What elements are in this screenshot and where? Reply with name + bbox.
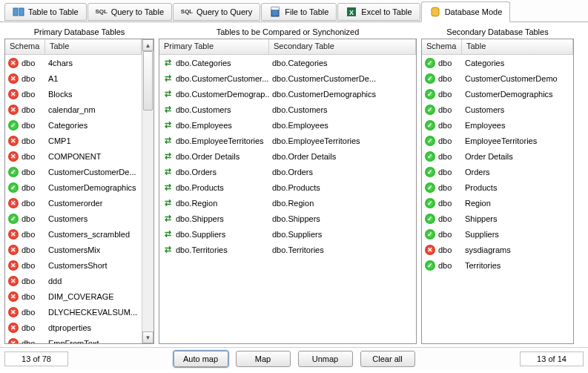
link-icon: ⇄ [162,182,173,193]
tab-query-to-query[interactable]: SQLQuery to Query [173,3,260,21]
cross-icon: ✕ [8,198,19,208]
table-row[interactable]: ✕dboCOMPONENT [5,148,142,164]
check-icon: ✓ [8,214,19,224]
primary-cell: dbo.Employees [176,121,232,130]
table-cell: dtproperties [45,323,142,332]
check-icon: ✓ [425,151,435,162]
link-icon: ⇄ [162,89,173,99]
schema-cell: dbo [438,136,452,145]
mapping-row[interactable]: ⇄dbo.Order Detailsdbo.Order Details [159,148,416,164]
scroll-up-icon[interactable]: ▲ [142,39,153,51]
mapping-row[interactable]: ⇄dbo.Employeesdbo.Employees [159,117,416,133]
tab-excel-to-table[interactable]: XExcel to Table [337,3,420,21]
link-icon: ⇄ [162,136,173,146]
table-row[interactable]: ✕dbosysdiagrams [422,242,573,257]
check-icon: ✓ [425,260,435,271]
automap-button[interactable]: Auto map [174,351,228,367]
cross-icon: ✕ [8,229,19,240]
table-row[interactable]: ✕dboCustomerorder [5,195,142,211]
table-row[interactable]: ✓dboShippers [422,211,573,226]
svg-text:X: X [349,9,354,16]
mapping-row[interactable]: ⇄dbo.Regiondbo.Region [159,195,416,211]
mapping-row[interactable]: ⇄dbo.EmployeeTerritoriesdbo.EmployeeTerr… [159,133,416,148]
link-icon: ⇄ [162,120,173,131]
secondary-cell: dbo.Customers [269,105,416,114]
table-row[interactable]: ✓dboCustomerCustomerDemo [422,70,573,86]
table-row[interactable]: ✓dboTerritories [422,257,573,273]
table-row[interactable]: ✓dboCategories [5,117,142,133]
col-primary[interactable]: Primary Table [159,39,269,54]
table-row[interactable]: ✕dboCustomersMix [5,242,142,257]
clearall-button[interactable]: Clear all [360,351,415,367]
mapping-row[interactable]: ⇄dbo.Categoriesdbo.Categories [159,55,416,70]
col-secondary[interactable]: Secondary Table [269,39,416,54]
table-row[interactable]: ✓dboEmployeeTerritories [422,133,573,148]
table-row[interactable]: ✓dboEmployees [422,117,573,133]
schema-cell: dbo [22,261,35,270]
table-row[interactable]: ✕dboBlocks [5,86,142,102]
secondary-cell: dbo.Order Details [269,152,416,161]
table-row[interactable]: ✕dboCMP1 [5,133,142,148]
table-row[interactable]: ✕dboCustomersShort [5,257,142,273]
table-row[interactable]: ✓dboOrder Details [422,148,573,164]
table-row[interactable]: ✕dboEmpFromText [5,335,142,343]
tab-label: Database Mode [445,7,503,16]
col-table[interactable]: Table [45,39,142,54]
secondary-panel-title: Secondary Database Tables [421,25,574,39]
cross-icon: ✕ [8,260,19,271]
table-cell: calendar_nm [45,105,142,114]
table-row[interactable]: ✓dboCustomers [5,211,142,226]
col-table-r[interactable]: Table [462,39,573,54]
table-row[interactable]: ✓dboCustomerDemographics [5,179,142,195]
primary-scrollbar[interactable]: ▲ ▼ [142,39,153,343]
primary-cell: dbo.Orders [176,168,217,176]
table-row[interactable]: ✕dbocalendar_nm [5,102,142,117]
table-row[interactable]: ✕dboCustomers_scrambled [5,226,142,242]
table-row[interactable]: ✕dbodtproperties [5,320,142,335]
table-row[interactable]: ✓dboRegion [422,195,573,211]
table-row[interactable]: ✓dboCategories [422,55,573,70]
scroll-thumb[interactable] [143,51,153,110]
mapping-row[interactable]: ⇄dbo.CustomerCustomer...dbo.CustomerCust… [159,70,416,86]
table-row[interactable]: ✕dboA1 [5,70,142,86]
primary-cell: dbo.Products [176,183,224,192]
col-schema-r[interactable]: Schema [422,39,462,54]
check-icon: ✓ [425,214,435,224]
schema-cell: dbo [438,168,452,176]
cross-icon: ✕ [8,105,19,115]
table-cell: CMP1 [45,136,142,145]
tab-file-to-table[interactable]: File to Table [261,3,337,21]
mapping-row[interactable]: ⇄dbo.Productsdbo.Products [159,179,416,195]
mapping-row[interactable]: ⇄dbo.Suppliersdbo.Suppliers [159,226,416,242]
tab-table-to-table[interactable]: Table to Table [4,3,87,21]
mapping-row[interactable]: ⇄dbo.Ordersdbo.Orders [159,164,416,179]
schema-cell: dbo [22,323,35,332]
table-row[interactable]: ✓dboCustomerDemographics [422,86,573,102]
map-button[interactable]: Map [236,351,291,367]
table-row[interactable]: ✕dboDIM_COVERAGE [5,288,142,304]
table-row[interactable]: ✓dboCustomerCustomerDe... [5,164,142,179]
primary-cell: dbo.Region [176,199,217,208]
unmap-button[interactable]: Unmap [298,351,353,367]
table-row[interactable]: ✕dboDLYCHECKEVALSUM... [5,304,142,320]
scroll-down-icon[interactable]: ▼ [142,331,153,343]
status-left: 13 of 78 [4,351,68,366]
col-schema[interactable]: Schema [5,39,45,54]
mapping-row[interactable]: ⇄dbo.Shippersdbo.Shippers [159,211,416,226]
table-row[interactable]: ✓dboProducts [422,179,573,195]
table-row[interactable]: ✕dbo4chars [5,55,142,70]
table-row[interactable]: ✓dboCustomers [422,102,573,117]
table-row[interactable]: ✕dboddd [5,273,142,288]
tab-query-to-table[interactable]: SQLQuery to Table [87,3,172,21]
svg-rect-1 [19,8,24,16]
mapping-row[interactable]: ⇄dbo.Territoriesdbo.Territories [159,242,416,257]
check-icon: ✓ [8,167,19,177]
primary-tables-panel: Primary Database Tables Schema Table ✕db… [4,25,154,344]
secondary-cell: dbo.Region [269,199,416,208]
mapping-row[interactable]: ⇄dbo.CustomerDemograp...dbo.CustomerDemo… [159,86,416,102]
tab-database-mode[interactable]: Database Mode [421,1,511,22]
mapping-row[interactable]: ⇄dbo.Customersdbo.Customers [159,102,416,117]
schema-cell: dbo [22,183,35,192]
table-row[interactable]: ✓dboOrders [422,164,573,179]
table-row[interactable]: ✓dboSuppliers [422,226,573,242]
